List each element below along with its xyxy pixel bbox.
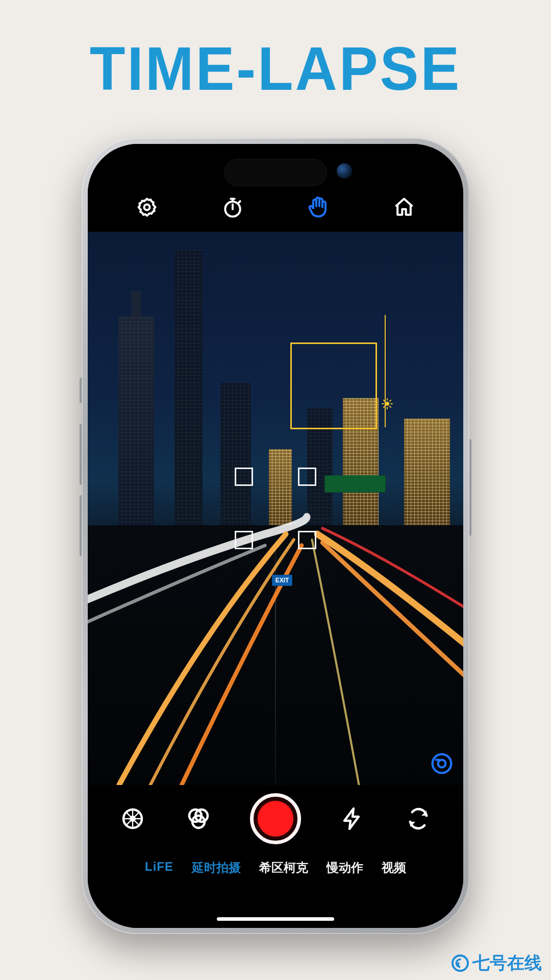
flash-icon bbox=[340, 806, 365, 831]
mode-timelapse[interactable]: 延时拍摄 bbox=[192, 860, 241, 876]
focus-box[interactable] bbox=[290, 342, 377, 429]
mode-slowmo[interactable]: 慢动作 bbox=[327, 860, 363, 876]
svg-point-2 bbox=[385, 402, 389, 406]
settings-button[interactable] bbox=[134, 194, 160, 220]
filters-button[interactable] bbox=[184, 804, 213, 833]
flash-button[interactable] bbox=[338, 804, 367, 833]
filters-icon bbox=[186, 806, 211, 831]
timer-button[interactable] bbox=[219, 194, 246, 220]
hero-title: TIME-LAPSE bbox=[14, 33, 537, 104]
hand-icon bbox=[306, 195, 331, 219]
svg-point-0 bbox=[144, 205, 150, 210]
switch-camera-button[interactable] bbox=[404, 804, 433, 833]
stopwatch-icon bbox=[221, 196, 244, 218]
color-wheel-icon bbox=[120, 806, 145, 831]
mode-video[interactable]: 视频 bbox=[382, 860, 406, 876]
home-indicator[interactable] bbox=[217, 917, 334, 921]
home-button[interactable] bbox=[391, 194, 417, 220]
app-screen: EXIT bbox=[88, 144, 463, 928]
switch-camera-icon bbox=[406, 806, 431, 831]
svg-point-3 bbox=[433, 754, 452, 773]
sun-icon[interactable] bbox=[381, 398, 393, 412]
brand-label: LiFE bbox=[145, 860, 173, 876]
mode-hitchcock[interactable]: 希区柯克 bbox=[259, 860, 308, 876]
highway-sign-decor bbox=[324, 475, 386, 493]
svg-point-10 bbox=[453, 955, 468, 971]
svg-point-4 bbox=[438, 760, 446, 768]
camera-viewfinder[interactable]: EXIT bbox=[88, 232, 463, 785]
phone-mockup: EXIT bbox=[82, 138, 469, 934]
home-icon bbox=[393, 196, 415, 218]
source-watermark: 七号在线 bbox=[451, 951, 542, 975]
gear-icon bbox=[136, 196, 158, 218]
record-icon bbox=[258, 801, 293, 837]
center-reticle bbox=[235, 468, 316, 549]
dynamic-island bbox=[224, 159, 327, 186]
exit-sign-decor: EXIT bbox=[272, 575, 293, 586]
top-toolbar bbox=[88, 144, 463, 232]
front-camera bbox=[337, 163, 352, 179]
mode-selector[interactable]: LiFE 延时拍摄 希区柯克 慢动作 视频 bbox=[145, 860, 406, 876]
source-logo-icon bbox=[451, 954, 469, 972]
svg-point-6 bbox=[130, 816, 136, 822]
record-button[interactable] bbox=[250, 793, 301, 844]
bottom-toolbar: LiFE 延时拍摄 希区柯克 慢动作 视频 bbox=[88, 785, 463, 928]
source-watermark-text: 七号在线 bbox=[472, 951, 542, 975]
color-wheel-button[interactable] bbox=[118, 804, 147, 833]
app-watermark-icon bbox=[431, 752, 453, 777]
stabilize-button[interactable] bbox=[305, 194, 332, 220]
